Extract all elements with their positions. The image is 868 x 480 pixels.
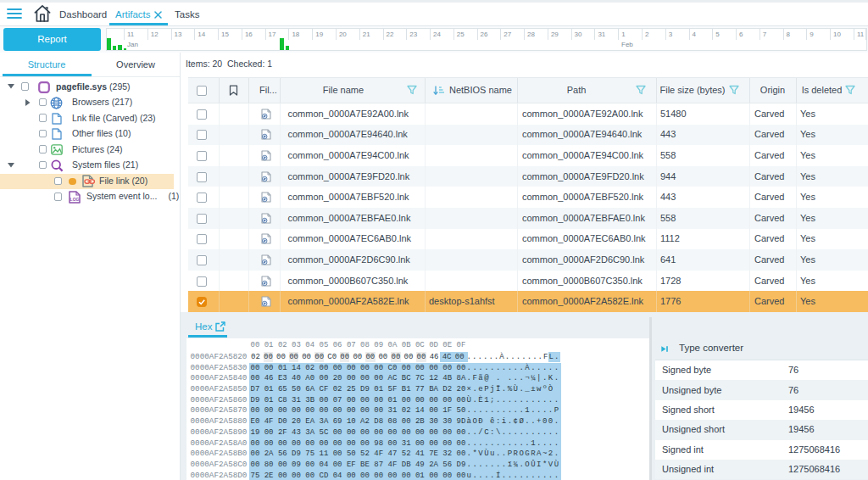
svg-text:LOG: LOG [70,196,80,201]
